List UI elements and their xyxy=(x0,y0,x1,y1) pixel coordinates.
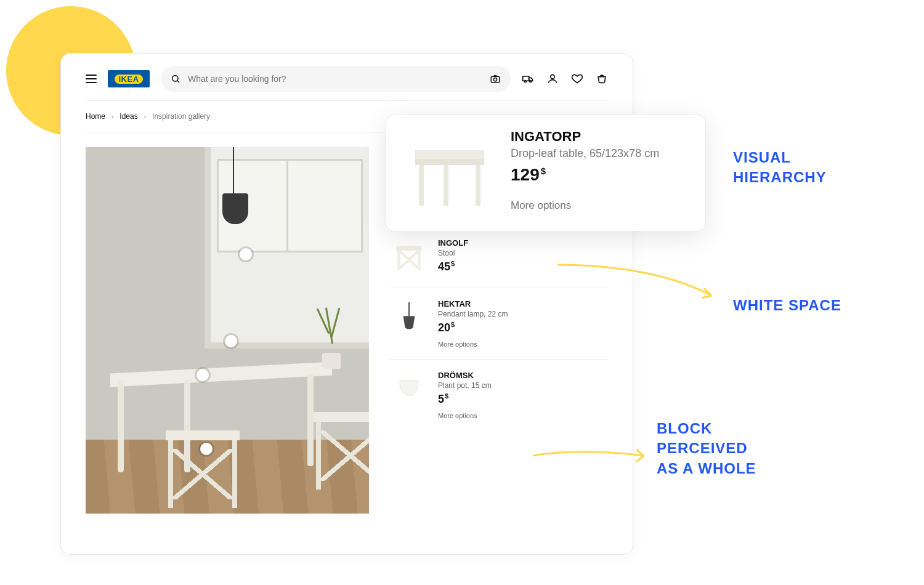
hotspot-stool[interactable] xyxy=(200,443,213,455)
cart-icon[interactable] xyxy=(596,73,608,85)
svg-rect-8 xyxy=(396,246,421,250)
annotation-visual-hierarchy: Visual Hierarchy xyxy=(733,148,827,188)
product-desc: Pendant lamp, 22 cm xyxy=(438,310,508,318)
hotspot-plant[interactable] xyxy=(225,335,237,347)
svg-line-1 xyxy=(177,81,179,83)
product-name: INGOLF xyxy=(438,238,468,248)
popover-product-name: INGATORP xyxy=(511,129,659,145)
nav-icons xyxy=(522,73,608,85)
product-price: 5$ xyxy=(438,392,492,406)
svg-rect-16 xyxy=(419,165,424,206)
product-name: DRÖMSK xyxy=(438,371,492,380)
svg-rect-14 xyxy=(415,150,484,159)
list-item[interactable]: DRÖMSK Plant pot, 15 cm 5$ More options xyxy=(390,359,608,430)
product-thumb-lamp xyxy=(390,299,428,337)
arrow-white-space xyxy=(554,259,727,317)
product-price: 45$ xyxy=(438,260,468,273)
search-input[interactable] xyxy=(188,74,482,84)
search-bar[interactable] xyxy=(161,66,511,92)
hotspot-lamp[interactable] xyxy=(240,248,252,260)
svg-rect-2 xyxy=(491,76,500,83)
product-thumb-pot xyxy=(390,371,428,409)
room-photo[interactable] xyxy=(86,147,369,514)
hotspot-table[interactable] xyxy=(197,369,209,381)
product-more-options[interactable]: More options xyxy=(438,341,508,348)
product-price: 20$ xyxy=(438,321,508,334)
brand-logo[interactable]: IKEA xyxy=(108,70,150,87)
breadcrumb-home[interactable]: Home xyxy=(86,112,105,121)
camera-icon[interactable] xyxy=(490,73,501,84)
popover-product-price: 129$ xyxy=(511,165,659,185)
svg-rect-15 xyxy=(415,159,484,165)
breadcrumb-ideas[interactable]: Ideas xyxy=(120,112,137,121)
brand-logo-text: IKEA xyxy=(115,75,142,84)
product-more-options[interactable]: More options xyxy=(438,412,492,419)
svg-rect-18 xyxy=(476,165,480,206)
arrow-block xyxy=(530,443,653,470)
product-desc: Stool xyxy=(438,249,468,257)
product-thumb-stool xyxy=(390,238,428,276)
svg-point-0 xyxy=(172,76,178,81)
product-desc: Plant pot, 15 cm xyxy=(438,381,492,390)
wishlist-icon[interactable] xyxy=(571,73,583,85)
svg-rect-17 xyxy=(444,165,448,206)
top-nav: IKEA xyxy=(86,66,608,92)
svg-point-3 xyxy=(493,78,496,81)
breadcrumb-current: Inspiration gallery xyxy=(152,112,210,121)
popover-more-options[interactable]: More options xyxy=(511,200,659,212)
annotation-white-space: White Space xyxy=(733,296,841,315)
chevron-right-icon: › xyxy=(144,113,146,120)
account-icon[interactable] xyxy=(546,73,559,85)
svg-point-7 xyxy=(551,75,555,79)
menu-button[interactable] xyxy=(86,73,97,84)
delivery-icon[interactable] xyxy=(522,73,534,85)
popover-thumb-table xyxy=(403,129,496,215)
product-popover[interactable]: INGATORP Drop-leaf table, 65/123x78 cm 1… xyxy=(386,115,706,232)
product-name: HEKTAR xyxy=(438,299,508,309)
annotation-block-perceived: Block Perceived As a Whole xyxy=(657,419,756,478)
search-icon xyxy=(171,74,180,84)
chevron-right-icon: › xyxy=(111,113,113,120)
popover-product-desc: Drop-leaf table, 65/123x78 cm xyxy=(511,147,659,160)
